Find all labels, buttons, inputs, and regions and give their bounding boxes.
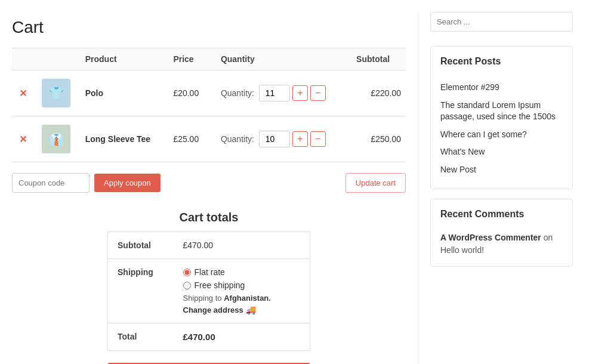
recent-post-link[interactable]: What's New [440,143,563,161]
recent-post-link[interactable]: New Post [440,161,563,179]
quantity-control: Quantity: + − [221,85,347,101]
remove-button[interactable]: ✕ [17,134,29,145]
col-header-product: Product [81,48,169,70]
cart-totals-table: Subtotal £470.00 Shipping Flat rate [107,232,310,351]
product-name: Polo [85,88,103,98]
product-thumb-cell: 👕 [37,70,81,116]
product-name-cell: Polo [81,70,169,116]
truck-icon: 🚚 [246,305,256,314]
quantity-increase-button[interactable]: + [292,131,308,147]
shipping-options-cell: Flat rate Free shipping Shipping to Afgh… [174,259,310,323]
flat-rate-label: Flat rate [195,267,225,277]
product-price-cell: £20.00 [168,70,216,116]
product-subtotal-cell: £220.00 [351,70,406,116]
recent-post-link[interactable]: Where can I get some? [440,126,563,144]
quantity-decrease-button[interactable]: − [310,131,326,147]
cart-table: Product Price Quantity Subtotal ✕ 👕 Polo… [12,48,406,162]
product-name: Long Sleeve Tee [85,134,150,144]
product-thumbnail: 👔 [42,125,70,153]
quantity-cell: Quantity: + − [216,116,351,162]
recent-posts-title: Recent Posts [440,56,563,70]
cart-totals-title: Cart totals [107,211,310,224]
quantity-input[interactable] [259,131,290,147]
subtotal-label: Subtotal [108,232,174,259]
recent-posts-list: Elementor #299The standard Lorem Ipsum p… [440,79,563,179]
flat-rate-radio[interactable] [183,269,191,276]
total-row: Total £470.00 [108,323,310,351]
coupon-row: Apply coupon Update cart [12,173,406,193]
subtotal-value: £470.00 [174,232,310,259]
col-header-price: Price [168,48,216,70]
quantity-label: Quantity: [221,88,254,98]
recent-comments-section: Recent Comments A WordPress Commenter on… [430,199,573,267]
table-row: ✕ 👕 Polo £20.00 Quantity: + − £220.00 [12,70,406,116]
product-thumb-cell: 👔 [37,116,81,162]
shipping-to-text: Shipping to Afghanistan. [183,294,301,303]
quantity-increase-button[interactable]: + [292,85,308,101]
recent-post-link[interactable]: Elementor #299 [440,79,563,97]
col-header-subtotal: Subtotal [351,48,406,70]
change-address-button[interactable]: Change address 🚚 [183,305,301,314]
shipping-row: Shipping Flat rate Free shipping [108,259,310,323]
remove-cell: ✕ [12,70,37,116]
apply-coupon-button[interactable]: Apply coupon [94,174,161,192]
quantity-input[interactable] [259,85,290,101]
product-subtotal: £220.00 [371,88,401,98]
product-price-cell: £25.00 [168,116,216,162]
quantity-cell: Quantity: + − [216,70,351,116]
remove-cell: ✕ [12,116,37,162]
shipping-options: Flat rate Free shipping [183,267,301,290]
subtotal-row: Subtotal £470.00 [108,232,310,259]
quantity-decrease-button[interactable]: − [310,85,326,101]
comment-block: A WordPress Commenter on Hello world! [440,232,563,257]
product-thumbnail: 👕 [42,79,70,107]
coupon-input[interactable] [12,173,90,193]
quantity-label: Quantity: [221,134,254,144]
product-name-cell: Long Sleeve Tee [81,116,169,162]
search-input[interactable] [430,12,573,32]
free-shipping-label: Free shipping [195,280,245,290]
recent-comments-title: Recent Comments [440,209,563,223]
flat-rate-option[interactable]: Flat rate [183,267,301,277]
update-cart-button[interactable]: Update cart [345,173,406,193]
product-subtotal-cell: £250.00 [351,116,406,162]
remove-button[interactable]: ✕ [17,88,29,99]
total-value: £470.00 [174,323,310,351]
product-price: £25.00 [173,134,199,144]
recent-post-link[interactable]: The standard Lorem Ipsum passage, used s… [440,97,563,126]
quantity-control: Quantity: + − [221,131,347,147]
recent-posts-section: Recent Posts Elementor #299The standard … [430,46,573,189]
shipping-label: Shipping [108,259,174,323]
sidebar: Recent Posts Elementor #299The standard … [418,12,585,364]
page-title: Cart [12,18,406,37]
free-shipping-option[interactable]: Free shipping [183,280,301,290]
col-header-thumb [37,48,81,70]
product-price: £20.00 [173,88,199,98]
product-subtotal: £250.00 [371,134,401,144]
total-label: Total [108,323,174,351]
col-header-quantity: Quantity [216,48,351,70]
col-header-remove [12,48,37,70]
comment-post-title: Hello world! [440,245,484,255]
comment-author: A WordPress Commenter [440,233,541,242]
table-row: ✕ 👔 Long Sleeve Tee £25.00 Quantity: + − [12,116,406,162]
free-shipping-radio[interactable] [183,282,191,289]
